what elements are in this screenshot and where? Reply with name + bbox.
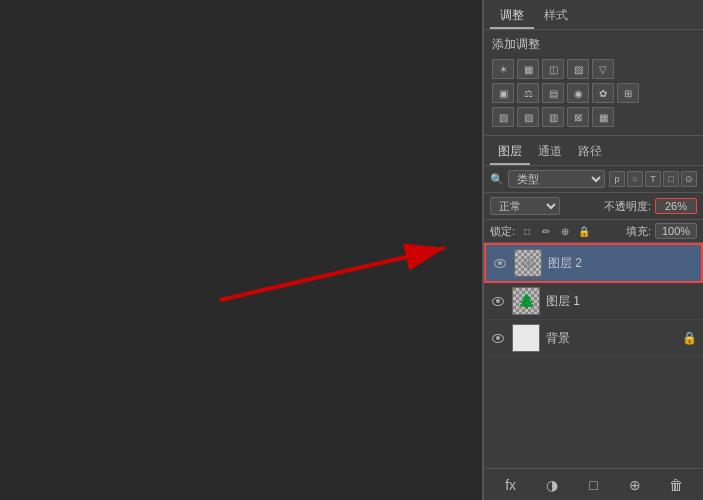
channel-mixer-icon[interactable]: ▧ — [492, 107, 514, 127]
layer-visibility-icon[interactable] — [490, 330, 506, 346]
filter-icons: p ○ T □ ⊙ — [609, 171, 697, 187]
tab-style[interactable]: 样式 — [534, 4, 578, 29]
adjust-title: 添加调整 — [492, 36, 695, 53]
brightness-icon[interactable]: ☀ — [492, 59, 514, 79]
blend-mode-select[interactable]: 正常 — [490, 197, 560, 215]
grid-icon[interactable]: ⊞ — [617, 83, 639, 103]
delete-layer-button[interactable]: 🗑 — [665, 474, 687, 496]
lock-transparent-icon[interactable]: □ — [519, 223, 535, 239]
new-group-button[interactable]: □ — [582, 474, 604, 496]
balance-icon[interactable]: ⚖ — [517, 83, 539, 103]
tab-paths[interactable]: 路径 — [570, 140, 610, 165]
filter-row: 🔍 类型 p ○ T □ ⊙ — [484, 166, 703, 193]
hue-icon[interactable]: ▤ — [542, 83, 564, 103]
layer-item[interactable]: 🌲 图层 1 — [484, 283, 703, 320]
pattern-icon[interactable]: ▣ — [492, 83, 514, 103]
layer-thumbnail: 🌲 — [512, 287, 540, 315]
layer-name: 图层 2 — [548, 255, 695, 272]
posterize-icon[interactable]: ⊠ — [567, 107, 589, 127]
layer-name: 图层 1 — [546, 293, 697, 310]
layer-tabs: 图层 通道 路径 — [484, 136, 703, 166]
adjust-icon-row-1: ☀ ▦ ◫ ▨ ▽ — [492, 59, 695, 79]
lock-all-icon[interactable]: 🔒 — [576, 223, 592, 239]
filter-shape-icon[interactable]: ○ — [627, 171, 643, 187]
lock-position-icon[interactable]: ⊕ — [557, 223, 573, 239]
adjust-section: 添加调整 ☀ ▦ ◫ ▨ ▽ ▣ ⚖ ▤ ◉ ✿ ⊞ ▧ ▨ ▥ ⊠ ▦ — [484, 30, 703, 136]
bottom-toolbar: fx ◑ □ ⊕ 🗑 — [484, 468, 703, 500]
opacity-value[interactable]: 26% — [655, 198, 697, 214]
layer-lock-icon: 🔒 — [682, 331, 697, 345]
selective-icon[interactable]: ✿ — [592, 83, 614, 103]
lock-paint-icon[interactable]: ✏ — [538, 223, 554, 239]
layer-thumbnail — [512, 324, 540, 352]
layer-visibility-icon[interactable] — [492, 255, 508, 271]
filter-select[interactable]: 类型 — [508, 170, 605, 188]
canvas-area — [0, 0, 483, 500]
layers-list: ❄ 图层 2 🌲 图层 1 背景 🔒 — [484, 243, 703, 357]
lock-icons: □ ✏ ⊕ 🔒 — [519, 223, 592, 239]
color-lookup-icon[interactable]: ▨ — [517, 107, 539, 127]
tab-layers[interactable]: 图层 — [490, 140, 530, 165]
layer-thumbnail: ❄ — [514, 249, 542, 277]
tab-channels[interactable]: 通道 — [530, 140, 570, 165]
top-tabs: 调整 样式 — [484, 0, 703, 30]
gradient-icon[interactable]: ▽ — [592, 59, 614, 79]
layer-item[interactable]: 背景 🔒 — [484, 320, 703, 357]
layer-visibility-icon[interactable] — [490, 293, 506, 309]
filter-smart-icon[interactable]: □ — [663, 171, 679, 187]
tab-adjust[interactable]: 调整 — [490, 4, 534, 29]
layer-item[interactable]: ❄ 图层 2 — [484, 243, 703, 283]
blend-row: 正常 不透明度: 26% — [484, 193, 703, 220]
curves-icon[interactable]: ▦ — [517, 59, 539, 79]
adjust-icon-row-2: ▣ ⚖ ▤ ◉ ✿ ⊞ — [492, 83, 695, 103]
threshold-icon[interactable]: ▦ — [592, 107, 614, 127]
fill-value[interactable]: 100% — [655, 223, 697, 239]
lock-label: 锁定: — [490, 224, 515, 239]
right-panel: 调整 样式 添加调整 ☀ ▦ ◫ ▨ ▽ ▣ ⚖ ▤ ◉ ✿ ⊞ ▧ ▨ ▥ ⊠… — [483, 0, 703, 500]
opacity-label: 不透明度: — [604, 199, 651, 214]
filter-effect-icon[interactable]: ⊙ — [681, 171, 697, 187]
layer-name: 背景 — [546, 330, 676, 347]
levels-icon[interactable]: ▨ — [567, 59, 589, 79]
saturation-icon[interactable]: ◉ — [567, 83, 589, 103]
mask-button[interactable]: ◑ — [541, 474, 563, 496]
filter-pixel-icon[interactable]: p — [609, 171, 625, 187]
exposure-icon[interactable]: ◫ — [542, 59, 564, 79]
fx-button[interactable]: fx — [500, 474, 522, 496]
filter-text-icon[interactable]: T — [645, 171, 661, 187]
new-layer-button[interactable]: ⊕ — [624, 474, 646, 496]
adjust-icon-row-3: ▧ ▨ ▥ ⊠ ▦ — [492, 107, 695, 127]
invert-icon[interactable]: ▥ — [542, 107, 564, 127]
lock-row: 锁定: □ ✏ ⊕ 🔒 填充: 100% — [484, 220, 703, 243]
fill-label: 填充: — [626, 224, 651, 239]
search-icon: 🔍 — [490, 173, 504, 186]
